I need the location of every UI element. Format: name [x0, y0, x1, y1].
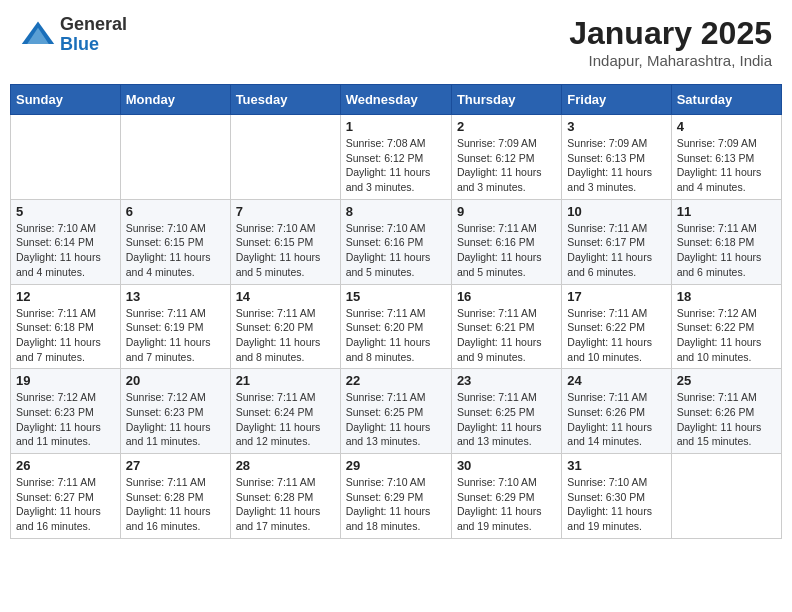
day-info: Sunrise: 7:11 AM Sunset: 6:26 PM Dayligh…	[567, 390, 665, 449]
calendar-cell: 14Sunrise: 7:11 AM Sunset: 6:20 PM Dayli…	[230, 284, 340, 369]
day-info: Sunrise: 7:10 AM Sunset: 6:29 PM Dayligh…	[457, 475, 556, 534]
day-of-week-header: Tuesday	[230, 85, 340, 115]
day-info: Sunrise: 7:12 AM Sunset: 6:23 PM Dayligh…	[126, 390, 225, 449]
day-info: Sunrise: 7:11 AM Sunset: 6:19 PM Dayligh…	[126, 306, 225, 365]
calendar-cell: 25Sunrise: 7:11 AM Sunset: 6:26 PM Dayli…	[671, 369, 781, 454]
day-number: 26	[16, 458, 115, 473]
calendar-cell: 5Sunrise: 7:10 AM Sunset: 6:14 PM Daylig…	[11, 199, 121, 284]
day-number: 6	[126, 204, 225, 219]
calendar-cell: 6Sunrise: 7:10 AM Sunset: 6:15 PM Daylig…	[120, 199, 230, 284]
day-info: Sunrise: 7:10 AM Sunset: 6:14 PM Dayligh…	[16, 221, 115, 280]
day-number: 25	[677, 373, 776, 388]
calendar-cell	[120, 115, 230, 200]
calendar-cell: 28Sunrise: 7:11 AM Sunset: 6:28 PM Dayli…	[230, 454, 340, 539]
day-number: 31	[567, 458, 665, 473]
day-number: 5	[16, 204, 115, 219]
calendar-cell: 21Sunrise: 7:11 AM Sunset: 6:24 PM Dayli…	[230, 369, 340, 454]
logo-text: General Blue	[60, 15, 127, 55]
calendar-cell	[230, 115, 340, 200]
day-info: Sunrise: 7:11 AM Sunset: 6:20 PM Dayligh…	[236, 306, 335, 365]
day-info: Sunrise: 7:11 AM Sunset: 6:28 PM Dayligh…	[126, 475, 225, 534]
day-info: Sunrise: 7:10 AM Sunset: 6:15 PM Dayligh…	[236, 221, 335, 280]
day-number: 21	[236, 373, 335, 388]
day-number: 3	[567, 119, 665, 134]
calendar-cell: 24Sunrise: 7:11 AM Sunset: 6:26 PM Dayli…	[562, 369, 671, 454]
logo-general: General	[60, 15, 127, 35]
calendar-cell: 29Sunrise: 7:10 AM Sunset: 6:29 PM Dayli…	[340, 454, 451, 539]
day-number: 15	[346, 289, 446, 304]
day-info: Sunrise: 7:11 AM Sunset: 6:26 PM Dayligh…	[677, 390, 776, 449]
day-number: 24	[567, 373, 665, 388]
calendar-cell: 2Sunrise: 7:09 AM Sunset: 6:12 PM Daylig…	[451, 115, 561, 200]
day-of-week-header: Saturday	[671, 85, 781, 115]
calendar-week-row: 5Sunrise: 7:10 AM Sunset: 6:14 PM Daylig…	[11, 199, 782, 284]
calendar-cell: 8Sunrise: 7:10 AM Sunset: 6:16 PM Daylig…	[340, 199, 451, 284]
calendar-cell	[11, 115, 121, 200]
calendar-cell: 30Sunrise: 7:10 AM Sunset: 6:29 PM Dayli…	[451, 454, 561, 539]
day-number: 19	[16, 373, 115, 388]
day-number: 28	[236, 458, 335, 473]
day-number: 20	[126, 373, 225, 388]
day-number: 13	[126, 289, 225, 304]
calendar-table: SundayMondayTuesdayWednesdayThursdayFrid…	[10, 84, 782, 539]
calendar-cell: 3Sunrise: 7:09 AM Sunset: 6:13 PM Daylig…	[562, 115, 671, 200]
day-info: Sunrise: 7:11 AM Sunset: 6:25 PM Dayligh…	[457, 390, 556, 449]
calendar-cell: 31Sunrise: 7:10 AM Sunset: 6:30 PM Dayli…	[562, 454, 671, 539]
day-info: Sunrise: 7:11 AM Sunset: 6:17 PM Dayligh…	[567, 221, 665, 280]
day-info: Sunrise: 7:11 AM Sunset: 6:27 PM Dayligh…	[16, 475, 115, 534]
month-title: January 2025	[569, 15, 772, 52]
day-of-week-header: Monday	[120, 85, 230, 115]
day-info: Sunrise: 7:09 AM Sunset: 6:12 PM Dayligh…	[457, 136, 556, 195]
page-header: General Blue January 2025 Indapur, Mahar…	[10, 10, 782, 74]
day-number: 11	[677, 204, 776, 219]
calendar-cell: 11Sunrise: 7:11 AM Sunset: 6:18 PM Dayli…	[671, 199, 781, 284]
day-info: Sunrise: 7:11 AM Sunset: 6:16 PM Dayligh…	[457, 221, 556, 280]
calendar-cell: 15Sunrise: 7:11 AM Sunset: 6:20 PM Dayli…	[340, 284, 451, 369]
day-number: 9	[457, 204, 556, 219]
calendar-cell: 22Sunrise: 7:11 AM Sunset: 6:25 PM Dayli…	[340, 369, 451, 454]
day-info: Sunrise: 7:11 AM Sunset: 6:24 PM Dayligh…	[236, 390, 335, 449]
day-info: Sunrise: 7:11 AM Sunset: 6:20 PM Dayligh…	[346, 306, 446, 365]
day-info: Sunrise: 7:10 AM Sunset: 6:29 PM Dayligh…	[346, 475, 446, 534]
calendar-header-row: SundayMondayTuesdayWednesdayThursdayFrid…	[11, 85, 782, 115]
calendar-cell: 23Sunrise: 7:11 AM Sunset: 6:25 PM Dayli…	[451, 369, 561, 454]
day-number: 14	[236, 289, 335, 304]
day-info: Sunrise: 7:11 AM Sunset: 6:18 PM Dayligh…	[677, 221, 776, 280]
calendar-week-row: 12Sunrise: 7:11 AM Sunset: 6:18 PM Dayli…	[11, 284, 782, 369]
day-number: 7	[236, 204, 335, 219]
day-info: Sunrise: 7:11 AM Sunset: 6:28 PM Dayligh…	[236, 475, 335, 534]
location-subtitle: Indapur, Maharashtra, India	[569, 52, 772, 69]
day-of-week-header: Wednesday	[340, 85, 451, 115]
day-number: 23	[457, 373, 556, 388]
calendar-week-row: 19Sunrise: 7:12 AM Sunset: 6:23 PM Dayli…	[11, 369, 782, 454]
day-info: Sunrise: 7:11 AM Sunset: 6:21 PM Dayligh…	[457, 306, 556, 365]
calendar-cell	[671, 454, 781, 539]
logo-icon	[20, 17, 56, 53]
day-number: 1	[346, 119, 446, 134]
day-info: Sunrise: 7:12 AM Sunset: 6:22 PM Dayligh…	[677, 306, 776, 365]
calendar-cell: 9Sunrise: 7:11 AM Sunset: 6:16 PM Daylig…	[451, 199, 561, 284]
day-number: 22	[346, 373, 446, 388]
day-number: 29	[346, 458, 446, 473]
calendar-week-row: 1Sunrise: 7:08 AM Sunset: 6:12 PM Daylig…	[11, 115, 782, 200]
day-info: Sunrise: 7:11 AM Sunset: 6:25 PM Dayligh…	[346, 390, 446, 449]
day-number: 18	[677, 289, 776, 304]
day-info: Sunrise: 7:08 AM Sunset: 6:12 PM Dayligh…	[346, 136, 446, 195]
day-info: Sunrise: 7:09 AM Sunset: 6:13 PM Dayligh…	[567, 136, 665, 195]
day-number: 12	[16, 289, 115, 304]
calendar-cell: 4Sunrise: 7:09 AM Sunset: 6:13 PM Daylig…	[671, 115, 781, 200]
calendar-cell: 16Sunrise: 7:11 AM Sunset: 6:21 PM Dayli…	[451, 284, 561, 369]
calendar-week-row: 26Sunrise: 7:11 AM Sunset: 6:27 PM Dayli…	[11, 454, 782, 539]
day-info: Sunrise: 7:10 AM Sunset: 6:15 PM Dayligh…	[126, 221, 225, 280]
calendar-cell: 18Sunrise: 7:12 AM Sunset: 6:22 PM Dayli…	[671, 284, 781, 369]
logo-blue: Blue	[60, 35, 127, 55]
day-number: 8	[346, 204, 446, 219]
calendar-cell: 26Sunrise: 7:11 AM Sunset: 6:27 PM Dayli…	[11, 454, 121, 539]
day-number: 27	[126, 458, 225, 473]
calendar-cell: 7Sunrise: 7:10 AM Sunset: 6:15 PM Daylig…	[230, 199, 340, 284]
calendar-cell: 20Sunrise: 7:12 AM Sunset: 6:23 PM Dayli…	[120, 369, 230, 454]
day-info: Sunrise: 7:11 AM Sunset: 6:18 PM Dayligh…	[16, 306, 115, 365]
day-info: Sunrise: 7:10 AM Sunset: 6:30 PM Dayligh…	[567, 475, 665, 534]
day-number: 4	[677, 119, 776, 134]
day-info: Sunrise: 7:10 AM Sunset: 6:16 PM Dayligh…	[346, 221, 446, 280]
